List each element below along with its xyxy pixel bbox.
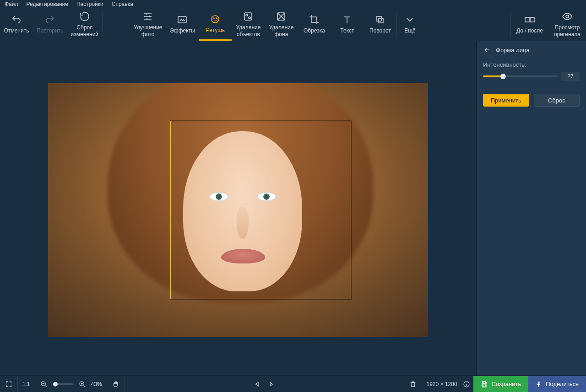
delete-button[interactable] [409,380,417,388]
rotate-label: Поворот [369,27,391,34]
reset-changes-button[interactable]: Сброс изменений [67,8,102,41]
fullscreen-button[interactable] [5,380,13,388]
info-button[interactable] [462,380,471,388]
hand-tool-button[interactable] [112,380,120,388]
back-button[interactable] [483,46,491,54]
svg-point-3 [216,18,217,19]
remove-objects-icon [242,11,254,22]
menu-settings[interactable]: Настройки [76,1,103,7]
prev-image-button[interactable] [253,380,261,388]
remove-bg-icon [275,11,287,22]
crop-icon [308,14,320,26]
view-original-label: Просмотр оригинала [554,24,581,38]
remove-objects-button[interactable]: Удаление объектов [232,8,265,41]
svg-rect-4 [244,13,252,20]
rotate-button[interactable]: Поворот [364,8,396,41]
text-button[interactable]: Текст [331,8,364,41]
more-label: Ещё [404,27,416,34]
image-dimensions: 1920 × 1280 [427,381,457,387]
zoom-out-button[interactable] [40,380,48,388]
menu-file[interactable]: Файл [5,1,18,7]
svg-point-12 [566,15,569,18]
status-bar: 1:1 43% 1920 × 1280 Сохранить Поделиться [0,376,586,392]
effects-icon [176,14,188,26]
share-button[interactable]: Поделиться [528,376,586,392]
redo-icon [44,14,56,26]
zoom-percent: 43% [91,381,102,387]
save-label: Сохранить [492,381,521,387]
zoom-in-button[interactable] [78,380,87,388]
share-label: Поделиться [546,381,579,387]
menu-edit[interactable]: Редактирование [27,1,68,7]
intensity-value[interactable]: 27 [561,72,580,81]
zoom-fit-label[interactable]: 1:1 [22,381,30,387]
reset-label: Сброс изменений [71,24,98,38]
enhance-label: Улучшение фото [134,24,162,38]
svg-point-1 [212,16,219,23]
svg-point-6 [249,17,250,19]
remove-objects-label: Удаление объектов [236,24,260,38]
effects-button[interactable]: Эффекты [166,8,199,41]
svg-rect-10 [525,17,529,22]
enhance-photo-button[interactable]: Улучшение фото [130,8,166,41]
toolbar: Отменить Повторить Сброс изменений Улучш… [0,8,586,41]
side-panel: Форма лица Интенсивность: 27 Применить С… [476,41,586,376]
save-button[interactable]: Сохранить [473,376,529,392]
main-area: Форма лица Интенсивность: 27 Применить С… [0,41,586,376]
rotate-icon [374,14,386,26]
intensity-slider[interactable] [483,75,558,77]
apply-button[interactable]: Применить [483,94,529,107]
redo-button[interactable]: Повторить [33,8,67,41]
effects-label: Эффекты [170,27,195,34]
crop-label: Обрезка [304,27,325,34]
crop-button[interactable]: Обрезка [298,8,331,41]
svg-point-5 [246,14,248,16]
remove-bg-label: Удаление фона [269,24,293,38]
face-selection-box[interactable] [170,121,351,299]
remove-bg-button[interactable]: Удаление фона [265,8,298,41]
photo-canvas[interactable] [48,83,428,337]
canvas-area[interactable] [0,41,476,376]
svg-rect-9 [379,18,383,23]
menu-help[interactable]: Справка [112,1,133,7]
before-after-button[interactable]: До / после [511,8,548,41]
before-after-icon [524,14,536,26]
panel-title: Форма лица [496,47,530,54]
text-label: Текст [340,27,354,34]
zoom-slider[interactable] [53,383,74,385]
redo-label: Повторить [37,27,64,34]
undo-icon [11,14,22,26]
retouch-face-icon [209,13,221,25]
view-original-button[interactable]: Просмотр оригинала [548,8,586,41]
panel-header: Форма лица [477,41,586,59]
reset-icon [79,11,91,22]
svg-rect-11 [530,17,534,22]
intensity-label: Интенсивность: [483,61,580,68]
retouch-button[interactable]: Ретушь [199,8,232,41]
before-after-label: До / после [516,27,543,34]
undo-button[interactable]: Отменить [0,8,33,41]
eye-icon [561,11,573,22]
panel-reset-button[interactable]: Сброс [534,94,580,107]
menu-bar: Файл Редактирование Настройки Справка [0,0,586,8]
svg-point-2 [213,18,214,19]
text-icon [341,14,353,26]
svg-rect-8 [377,16,381,21]
retouch-label: Ретушь [206,27,225,33]
next-image-button[interactable] [267,380,275,388]
more-button[interactable]: Ещё [397,8,423,41]
sliders-icon [142,11,154,22]
undo-label: Отменить [4,27,29,34]
chevron-down-icon [404,14,416,26]
